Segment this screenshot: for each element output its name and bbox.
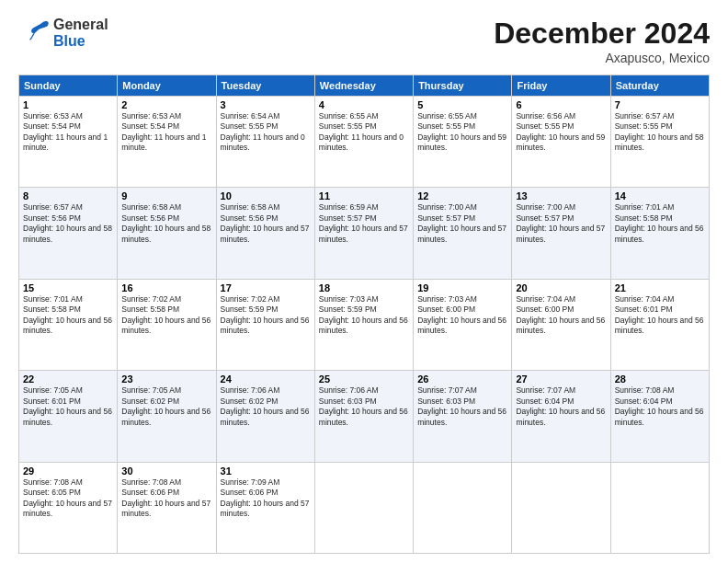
day-info: Sunrise: 6:55 AM Sunset: 5:55 PM Dayligh… [417, 111, 507, 154]
logo: General Blue [18, 17, 108, 50]
calendar-cell: 2 Sunrise: 6:53 AM Sunset: 5:54 PM Dayli… [118, 97, 216, 188]
page: General Blue December 2024 Axapusco, Mex… [0, 0, 728, 563]
day-number: 5 [417, 99, 507, 110]
week-row-3: 15 Sunrise: 7:01 AM Sunset: 5:58 PM Dayl… [19, 279, 710, 370]
calendar-cell: 28 Sunrise: 7:08 AM Sunset: 6:04 PM Dayl… [610, 371, 709, 462]
day-number: 9 [121, 190, 211, 201]
day-info: Sunrise: 7:02 AM Sunset: 5:59 PM Dayligh… [221, 294, 311, 337]
day-number: 20 [516, 282, 606, 293]
day-info: Sunrise: 6:54 AM Sunset: 5:55 PM Dayligh… [221, 111, 311, 154]
week-row-4: 22 Sunrise: 7:05 AM Sunset: 6:01 PM Dayl… [19, 371, 710, 462]
day-info: Sunrise: 6:53 AM Sunset: 5:54 PM Dayligh… [23, 111, 113, 154]
day-number: 24 [221, 373, 311, 385]
header-tuesday: Tuesday [216, 75, 314, 97]
calendar-cell: 23 Sunrise: 7:05 AM Sunset: 6:02 PM Dayl… [118, 371, 216, 462]
calendar-cell: 8 Sunrise: 6:57 AM Sunset: 5:56 PM Dayli… [19, 188, 118, 279]
day-number: 2 [121, 99, 211, 110]
calendar-cell: 7 Sunrise: 6:57 AM Sunset: 5:55 PM Dayli… [610, 97, 709, 188]
day-number: 17 [221, 282, 311, 293]
day-info: Sunrise: 6:53 AM Sunset: 5:54 PM Dayligh… [121, 111, 211, 154]
calendar-table: Sunday Monday Tuesday Wednesday Thursday… [18, 75, 710, 554]
calendar-cell: 30 Sunrise: 7:08 AM Sunset: 6:06 PM Dayl… [118, 462, 216, 553]
day-number: 23 [121, 373, 211, 385]
logo-icon [18, 17, 51, 50]
calendar-cell: 13 Sunrise: 7:00 AM Sunset: 5:57 PM Dayl… [512, 188, 610, 279]
calendar-cell: 6 Sunrise: 6:56 AM Sunset: 5:55 PM Dayli… [512, 97, 610, 188]
day-number: 3 [221, 99, 311, 110]
day-info: Sunrise: 7:03 AM Sunset: 5:59 PM Dayligh… [319, 294, 409, 337]
day-info: Sunrise: 7:05 AM Sunset: 6:01 PM Dayligh… [23, 385, 113, 428]
day-info: Sunrise: 7:07 AM Sunset: 6:04 PM Dayligh… [516, 385, 606, 428]
day-number: 21 [615, 282, 705, 293]
day-info: Sunrise: 6:57 AM Sunset: 5:55 PM Dayligh… [615, 111, 705, 154]
day-info: Sunrise: 7:01 AM Sunset: 5:58 PM Dayligh… [615, 202, 705, 245]
calendar-cell [314, 462, 413, 553]
day-info: Sunrise: 7:08 AM Sunset: 6:04 PM Dayligh… [615, 385, 705, 428]
header-thursday: Thursday [414, 75, 512, 97]
day-info: Sunrise: 6:59 AM Sunset: 5:57 PM Dayligh… [319, 202, 409, 245]
day-number: 15 [23, 282, 113, 293]
day-info: Sunrise: 6:58 AM Sunset: 5:56 PM Dayligh… [221, 202, 311, 245]
day-number: 26 [417, 373, 507, 385]
day-number: 14 [615, 190, 705, 201]
calendar-cell: 24 Sunrise: 7:06 AM Sunset: 6:02 PM Dayl… [216, 371, 314, 462]
day-number: 29 [23, 465, 113, 477]
day-info: Sunrise: 6:56 AM Sunset: 5:55 PM Dayligh… [516, 111, 606, 154]
calendar-cell [414, 462, 512, 553]
calendar-cell: 25 Sunrise: 7:06 AM Sunset: 6:03 PM Dayl… [314, 371, 413, 462]
calendar-cell: 27 Sunrise: 7:07 AM Sunset: 6:04 PM Dayl… [512, 371, 610, 462]
week-row-1: 1 Sunrise: 6:53 AM Sunset: 5:54 PM Dayli… [19, 97, 710, 188]
day-number: 22 [23, 373, 113, 385]
day-info: Sunrise: 6:55 AM Sunset: 5:55 PM Dayligh… [319, 111, 409, 154]
day-number: 4 [319, 99, 409, 110]
day-info: Sunrise: 7:08 AM Sunset: 6:05 PM Dayligh… [23, 477, 113, 520]
day-number: 25 [319, 373, 409, 385]
day-info: Sunrise: 7:00 AM Sunset: 5:57 PM Dayligh… [516, 202, 606, 245]
calendar-cell: 10 Sunrise: 6:58 AM Sunset: 5:56 PM Dayl… [216, 188, 314, 279]
day-number: 31 [221, 465, 311, 477]
day-number: 1 [23, 99, 113, 110]
day-number: 28 [615, 373, 705, 385]
day-number: 13 [516, 190, 606, 201]
calendar-cell: 3 Sunrise: 6:54 AM Sunset: 5:55 PM Dayli… [216, 97, 314, 188]
month-title: December 2024 [494, 17, 710, 51]
day-info: Sunrise: 7:06 AM Sunset: 6:03 PM Dayligh… [319, 385, 409, 428]
calendar-cell: 17 Sunrise: 7:02 AM Sunset: 5:59 PM Dayl… [216, 279, 314, 370]
calendar-cell: 31 Sunrise: 7:09 AM Sunset: 6:06 PM Dayl… [216, 462, 314, 553]
day-number: 16 [121, 282, 211, 293]
calendar-cell: 26 Sunrise: 7:07 AM Sunset: 6:03 PM Dayl… [414, 371, 512, 462]
day-number: 7 [615, 99, 705, 110]
location: Axapusco, Mexico [494, 51, 710, 65]
logo-texts: General Blue [53, 17, 108, 49]
calendar-cell: 29 Sunrise: 7:08 AM Sunset: 6:05 PM Dayl… [19, 462, 118, 553]
day-info: Sunrise: 6:57 AM Sunset: 5:56 PM Dayligh… [23, 202, 113, 245]
day-info: Sunrise: 7:01 AM Sunset: 5:58 PM Dayligh… [23, 294, 113, 337]
day-info: Sunrise: 7:03 AM Sunset: 6:00 PM Dayligh… [417, 294, 507, 337]
day-info: Sunrise: 7:07 AM Sunset: 6:03 PM Dayligh… [417, 385, 507, 428]
calendar-cell: 12 Sunrise: 7:00 AM Sunset: 5:57 PM Dayl… [414, 188, 512, 279]
day-info: Sunrise: 7:09 AM Sunset: 6:06 PM Dayligh… [221, 477, 311, 520]
header: General Blue December 2024 Axapusco, Mex… [18, 17, 710, 65]
calendar-cell: 21 Sunrise: 7:04 AM Sunset: 6:01 PM Dayl… [610, 279, 709, 370]
day-number: 19 [417, 282, 507, 293]
day-number: 12 [417, 190, 507, 201]
header-saturday: Saturday [610, 75, 709, 97]
day-number: 10 [221, 190, 311, 201]
calendar-cell: 9 Sunrise: 6:58 AM Sunset: 5:56 PM Dayli… [118, 188, 216, 279]
day-info: Sunrise: 7:05 AM Sunset: 6:02 PM Dayligh… [121, 385, 211, 428]
day-number: 27 [516, 373, 606, 385]
calendar-cell: 19 Sunrise: 7:03 AM Sunset: 6:00 PM Dayl… [414, 279, 512, 370]
day-info: Sunrise: 7:04 AM Sunset: 6:00 PM Dayligh… [516, 294, 606, 337]
calendar-cell: 16 Sunrise: 7:02 AM Sunset: 5:58 PM Dayl… [118, 279, 216, 370]
calendar-cell: 15 Sunrise: 7:01 AM Sunset: 5:58 PM Dayl… [19, 279, 118, 370]
calendar-cell: 4 Sunrise: 6:55 AM Sunset: 5:55 PM Dayli… [314, 97, 413, 188]
day-number: 8 [23, 190, 113, 201]
day-header-row: Sunday Monday Tuesday Wednesday Thursday… [19, 75, 710, 97]
title-block: December 2024 Axapusco, Mexico [494, 17, 710, 65]
calendar-cell [512, 462, 610, 553]
day-number: 11 [319, 190, 409, 201]
calendar-cell: 18 Sunrise: 7:03 AM Sunset: 5:59 PM Dayl… [314, 279, 413, 370]
day-info: Sunrise: 7:08 AM Sunset: 6:06 PM Dayligh… [121, 477, 211, 520]
day-info: Sunrise: 7:02 AM Sunset: 5:58 PM Dayligh… [121, 294, 211, 337]
logo-blue-text: Blue [53, 33, 108, 50]
